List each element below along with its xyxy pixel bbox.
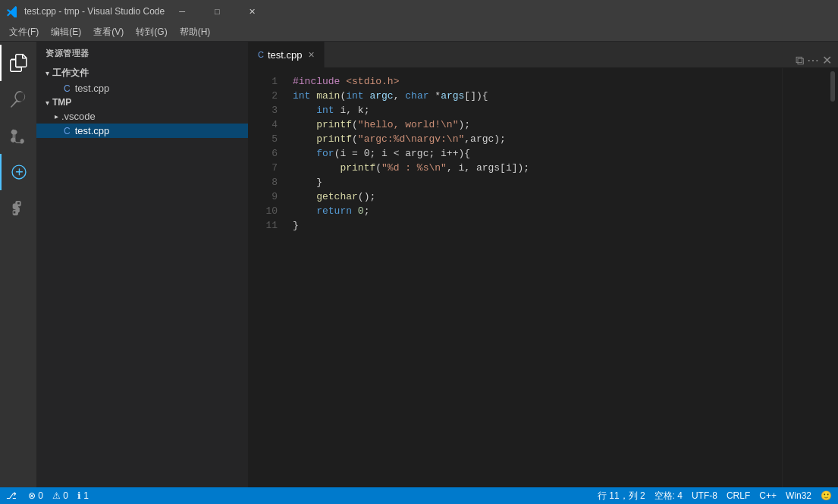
- tmp-section: ▾ TMP ▸ .vscode C test.cpp: [36, 95, 248, 138]
- tmp-testcpp[interactable]: C test.cpp: [36, 124, 248, 138]
- menu-goto[interactable]: 转到(G): [130, 23, 173, 41]
- search-activity-icon[interactable]: [0, 81, 36, 117]
- code-line-8: }: [293, 175, 782, 189]
- app-container: 资源管理器 ▾ 工作文件 C test.cpp ▾ TMP: [0, 42, 838, 504]
- statusbar-warnings[interactable]: ⚠ 0: [52, 490, 68, 501]
- editor-tab-actions: ⧉ ⋯ ✕: [789, 53, 838, 67]
- statusbar-info[interactable]: ℹ 1: [77, 490, 89, 501]
- code-line-3: int i, k;: [293, 103, 782, 117]
- more-actions-icon[interactable]: ⋯: [807, 53, 819, 67]
- line-num-5: 5: [249, 132, 278, 146]
- workfiles-name: 工作文件: [52, 67, 89, 80]
- sidebar: 资源管理器 ▾ 工作文件 C test.cpp ▾ TMP: [36, 42, 249, 487]
- code-line-1: #include <stdio.h>: [293, 74, 782, 89]
- code-line-10: return 0;: [293, 204, 782, 218]
- warning-icon: ⚠ 0: [52, 490, 68, 501]
- statusbar-indent[interactable]: 空格: 4: [654, 490, 683, 502]
- vscode-folder-label[interactable]: ▸ .vscode: [36, 109, 248, 124]
- statusbar-language-label: C++: [759, 490, 777, 501]
- menubar: 文件(F) 编辑(E) 查看(V) 转到(G) 帮助(H): [0, 23, 838, 42]
- statusbar-left: ⎇ ⊗ 0 ⚠ 0 ℹ 1: [6, 490, 89, 501]
- app-icon: [6, 5, 18, 17]
- cpp-file-icon: C: [64, 83, 71, 94]
- statusbar-errors[interactable]: ⊗ 0: [28, 490, 43, 501]
- workfiles-testcpp-label: test.cpp: [75, 83, 110, 94]
- line-num-6: 6: [249, 146, 278, 161]
- menu-file[interactable]: 文件(F): [3, 23, 45, 41]
- line-num-10: 10: [249, 204, 278, 218]
- main-area: 资源管理器 ▾ 工作文件 C test.cpp ▾ TMP: [0, 42, 838, 487]
- tab-file-icon: C: [258, 50, 264, 59]
- maximize-button[interactable]: □: [199, 0, 234, 23]
- activity-bar: [0, 42, 36, 487]
- line-num-1: 1: [249, 74, 278, 89]
- window-title: test.cpp - tmp - Visual Studio Code: [24, 6, 165, 17]
- editor-scrollbar[interactable]: [827, 68, 838, 487]
- git-branch-icon: ⎇: [6, 490, 17, 501]
- code-line-9: getchar();: [293, 189, 782, 204]
- statusbar-git[interactable]: ⎇: [6, 490, 19, 501]
- debug-activity-icon[interactable]: [0, 154, 36, 190]
- tmp-chevron: ▾: [46, 99, 49, 107]
- statusbar-eol-label: CRLF: [727, 490, 750, 501]
- statusbar-encoding[interactable]: UTF-8: [692, 490, 717, 501]
- vscode-chevron: ▸: [55, 112, 58, 121]
- statusbar-encoding-label: UTF-8: [692, 490, 717, 501]
- statusbar-language[interactable]: C++: [759, 490, 777, 501]
- statusbar-platform[interactable]: Win32: [786, 490, 811, 501]
- workfiles-label[interactable]: ▾ 工作文件: [36, 65, 248, 81]
- statusbar-position[interactable]: 行 11，列 2: [598, 490, 645, 502]
- statusbar-eol[interactable]: CRLF: [727, 490, 750, 501]
- statusbar-platform-label: Win32: [786, 490, 811, 501]
- code-line-7: printf("%d : %s\n", i, args[i]);: [293, 161, 782, 175]
- extensions-activity-icon[interactable]: [0, 190, 36, 227]
- close-editor-icon[interactable]: ✕: [822, 53, 832, 67]
- line-numbers: 1 2 3 4 5 6 7 8 9 10 11: [249, 68, 287, 487]
- explorer-activity-icon[interactable]: [0, 45, 36, 81]
- editor-content: 1 2 3 4 5 6 7 8 9 10 11 #include <stdio.…: [249, 68, 838, 487]
- code-line-6: for(i = 0; i < argc; i++){: [293, 146, 782, 161]
- info-icon: ℹ 1: [77, 490, 89, 501]
- menu-help[interactable]: 帮助(H): [174, 23, 217, 41]
- line-num-3: 3: [249, 103, 278, 117]
- minimap: [782, 68, 827, 487]
- window-controls: ─ □ ✕: [165, 0, 269, 23]
- minimize-button[interactable]: ─: [165, 0, 199, 23]
- line-num-7: 7: [249, 161, 278, 175]
- statusbar-smiley[interactable]: 🙂: [821, 490, 832, 501]
- editor-tabs: C test.cpp × ⧉ ⋯ ✕: [249, 42, 838, 68]
- workfiles-testcpp[interactable]: C test.cpp: [36, 81, 248, 95]
- workfiles-section: ▾ 工作文件 C test.cpp: [36, 65, 248, 95]
- code-editor[interactable]: #include <stdio.h> int main(int argc, ch…: [287, 68, 782, 487]
- tmp-label[interactable]: ▾ TMP: [36, 95, 248, 109]
- code-line-4: printf("hello, world!\n");: [293, 117, 782, 132]
- line-num-11: 11: [249, 218, 278, 233]
- error-icon: ⊗ 0: [28, 490, 43, 501]
- tmp-testcpp-label: test.cpp: [75, 125, 110, 136]
- menu-edit[interactable]: 编辑(E): [45, 23, 87, 41]
- titlebar: test.cpp - tmp - Visual Studio Code ─ □ …: [0, 0, 838, 23]
- statusbar-right: 行 11，列 2 空格: 4 UTF-8 CRLF C++ Win32 🙂: [598, 490, 832, 502]
- line-num-9: 9: [249, 189, 278, 204]
- statusbar-position-label: 行 11，列 2: [598, 490, 645, 502]
- close-button[interactable]: ✕: [234, 0, 269, 23]
- cpp-file-icon-2: C: [64, 126, 71, 136]
- line-num-4: 4: [249, 117, 278, 132]
- split-editor-icon[interactable]: ⧉: [796, 54, 804, 67]
- code-line-11: }: [293, 218, 782, 233]
- tab-testcpp-label: test.cpp: [268, 49, 303, 61]
- tmp-name: TMP: [52, 97, 71, 108]
- statusbar-indent-label: 空格: 4: [654, 490, 683, 502]
- tab-testcpp[interactable]: C test.cpp ×: [249, 42, 325, 67]
- scrollbar-thumb: [830, 71, 835, 102]
- editor-area: C test.cpp × ⧉ ⋯ ✕ 1 2 3 4 5 6: [249, 42, 838, 487]
- line-num-8: 8: [249, 175, 278, 189]
- smiley-icon: 🙂: [821, 490, 832, 501]
- vscode-folder-name: .vscode: [61, 111, 96, 122]
- line-num-2: 2: [249, 89, 278, 103]
- sidebar-header: 资源管理器: [36, 42, 248, 65]
- tab-close-button[interactable]: ×: [308, 49, 314, 61]
- source-control-activity-icon[interactable]: [0, 117, 36, 154]
- code-line-5: printf("argc:%d\nargv:\n",argc);: [293, 132, 782, 146]
- menu-view[interactable]: 查看(V): [87, 23, 130, 41]
